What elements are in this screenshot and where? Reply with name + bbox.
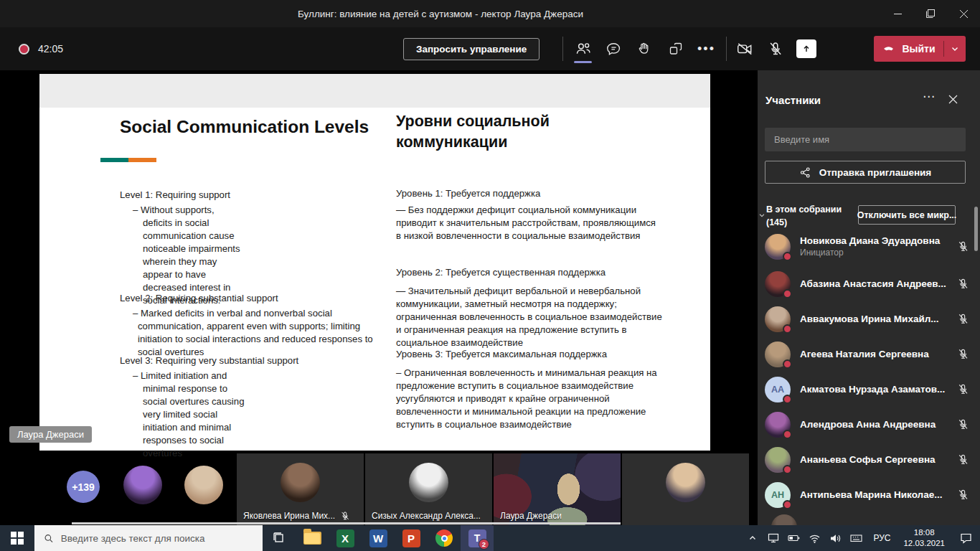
participant-row[interactable]: Ананьева Софья Сергеевна: [758, 442, 980, 477]
tile-participant-name: Сизых Александр Алекса...: [372, 511, 481, 521]
mic-off-icon[interactable]: [957, 278, 969, 290]
level3-bullet-ru: – Ограниченная вовлеченность и минимальн…: [396, 367, 667, 431]
video-tile[interactable]: [622, 453, 749, 525]
participants-panel: Участники ⋯ Отправка приглашения В этом …: [758, 70, 980, 525]
leave-button[interactable]: Выйти: [874, 36, 966, 62]
chrome-button[interactable]: [428, 525, 461, 551]
panel-more-icon[interactable]: ⋯: [923, 89, 936, 104]
level3-bullet-en: – Limited initiation and minimal respons…: [133, 369, 276, 460]
video-tile[interactable]: Лаура Джераси: [494, 453, 621, 525]
file-explorer-button[interactable]: [296, 525, 329, 551]
level1-heading-ru: Уровень 1: Требуется поддержка: [396, 187, 540, 200]
participant-name: Алендрова Анна Андреевна: [800, 419, 948, 430]
slide-accent-rule: [100, 158, 156, 162]
toolbar-icon-group: •••: [558, 27, 731, 70]
tray-chevron-icon[interactable]: [742, 534, 763, 542]
mic-off-icon[interactable]: [957, 348, 969, 360]
wifi-icon[interactable]: [804, 533, 825, 544]
section-chevron-icon[interactable]: [758, 212, 765, 219]
mic-off-icon[interactable]: [957, 418, 969, 430]
participants-panel-title: Участники: [765, 94, 821, 106]
search-icon: [44, 533, 54, 544]
more-actions-button[interactable]: •••: [691, 32, 722, 65]
send-invite-button[interactable]: Отправка приглашения: [765, 161, 966, 184]
word-button[interactable]: W: [362, 525, 395, 551]
taskbar-clock[interactable]: 18:08 12.03.2021: [897, 527, 951, 549]
mic-off-icon[interactable]: [957, 240, 969, 253]
mic-off-button[interactable]: [760, 32, 791, 65]
close-icon[interactable]: [947, 0, 980, 27]
filmstrip-scrollbar[interactable]: [72, 522, 621, 524]
presenter-name-tag: Лаура Джераси: [9, 426, 92, 443]
battery-icon[interactable]: [783, 532, 804, 544]
participant-row[interactable]: АА Акматова Нурзада Азаматов...: [758, 372, 980, 407]
toolbar-av-group: [729, 27, 821, 70]
excel-button[interactable]: X: [329, 525, 362, 551]
mic-off-icon[interactable]: [957, 383, 969, 395]
request-control-button[interactable]: Запросить управление: [403, 38, 540, 60]
maximize-icon[interactable]: [914, 0, 947, 27]
panel-close-icon[interactable]: [948, 95, 958, 104]
busy-status-dot: [783, 324, 792, 334]
participants-button[interactable]: [567, 32, 598, 65]
task-view-button[interactable]: [263, 525, 296, 551]
overflow-participants-bubble[interactable]: +139: [67, 471, 100, 503]
level2-heading-ru: Уровень 2: Требуется существенная поддер…: [396, 266, 606, 279]
mute-all-button[interactable]: Отключить все микр...: [858, 205, 956, 225]
participant-name: Агеева Наталия Сергеевна: [800, 349, 948, 359]
send-invite-label: Отправка приглашения: [819, 167, 932, 178]
clock-time: 18:08: [903, 527, 945, 538]
avatar: [765, 306, 791, 332]
teams-button[interactable]: T 2: [461, 525, 494, 551]
video-filmstrip: +139 Яковлева Ирина Мих... Сизых Алексан…: [0, 453, 758, 525]
participant-role: Инициатор: [800, 248, 948, 258]
window-titlebar: Буллинг: влияние на детей с аутизмом - л…: [0, 0, 980, 27]
participant-name: Аввакумова Ирина Михайл...: [800, 314, 948, 324]
panel-scrollbar[interactable]: [974, 207, 978, 251]
level3-heading-en: Level 3: Requiring very substantial supp…: [120, 354, 298, 367]
display-icon[interactable]: [763, 532, 783, 544]
mic-off-icon[interactable]: [957, 313, 969, 325]
mic-off-icon[interactable]: [957, 453, 969, 466]
slide-title-ru: Уровни социальной коммуникации: [396, 111, 626, 152]
participant-row[interactable]: Алендрова Анна Андреевна: [758, 407, 980, 442]
camera-off-button[interactable]: [729, 32, 760, 65]
minimize-icon[interactable]: [881, 0, 914, 27]
teams-meeting-window: Буллинг: влияние на детей с аутизмом - л…: [0, 0, 980, 551]
touch-keyboard-icon[interactable]: [846, 533, 867, 543]
powerpoint-button[interactable]: P: [395, 525, 428, 551]
action-center-icon[interactable]: [951, 532, 980, 544]
mic-off-icon[interactable]: [957, 489, 969, 501]
participant-row[interactable]: Агеева Наталия Сергеевна: [758, 336, 980, 372]
video-tile[interactable]: Сизых Александр Алекса...: [365, 453, 492, 525]
busy-status-dot: [783, 395, 792, 404]
participant-row[interactable]: АН Антипьева Марина Николае...: [758, 477, 980, 512]
participant-row[interactable]: Новикова Диана Эдуардовна Инициатор: [758, 227, 980, 266]
floating-avatar[interactable]: [184, 466, 223, 504]
share-invite-icon: [799, 166, 811, 179]
volume-icon[interactable]: [825, 533, 846, 544]
slide-top-band: [39, 74, 710, 108]
windows-taskbar: X W P T 2 РУС: [0, 525, 980, 551]
floating-avatar[interactable]: [123, 466, 162, 504]
participant-name: Новикова Диана Эдуардовна: [800, 235, 948, 246]
level2-bullet-ru: — Значительный дефицит вербальной и неве…: [396, 285, 663, 349]
shared-content-stage: Social Communication Levels Level 1: Req…: [0, 70, 758, 525]
participant-row[interactable]: Аввакумова Ирина Михайл...: [758, 301, 980, 336]
taskbar-search[interactable]: [34, 525, 263, 551]
avatar: [765, 447, 791, 473]
video-tile[interactable]: Яковлева Ирина Мих...: [237, 453, 364, 525]
excel-icon: X: [336, 529, 354, 547]
recording-indicator: 42:05: [19, 27, 63, 70]
leave-options-button[interactable]: [944, 44, 966, 53]
breakout-rooms-button[interactable]: [660, 32, 691, 65]
participant-search-input[interactable]: [765, 128, 966, 151]
busy-status-dot: [783, 430, 792, 439]
chat-button[interactable]: [598, 32, 629, 65]
start-button[interactable]: [0, 525, 34, 551]
language-indicator[interactable]: РУС: [867, 533, 897, 543]
share-screen-button[interactable]: [791, 32, 821, 65]
taskbar-search-input[interactable]: [61, 533, 253, 544]
raise-hand-button[interactable]: [629, 32, 660, 65]
participant-row[interactable]: Абазина Анастасия Андреев...: [758, 266, 980, 301]
